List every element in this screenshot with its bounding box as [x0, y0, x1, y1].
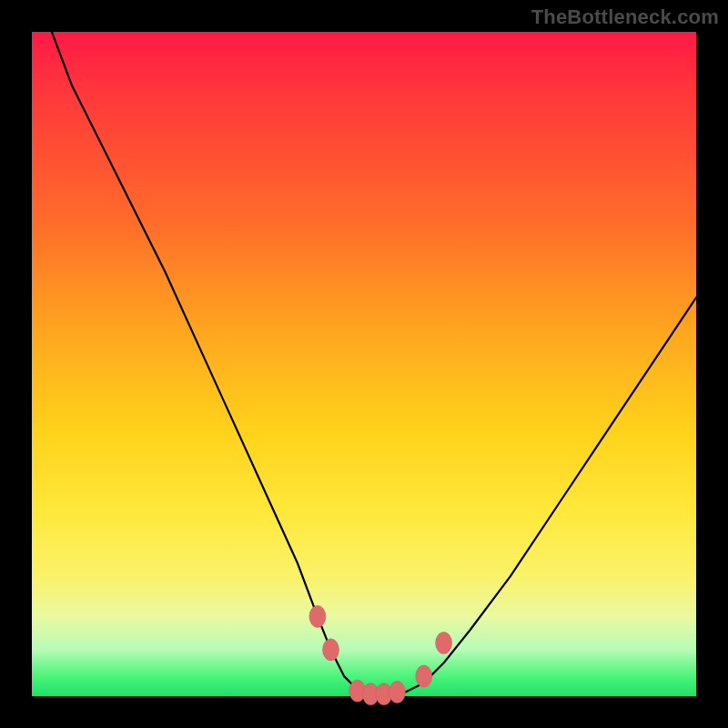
right-upper-dot [436, 632, 452, 654]
right-lower-dot [416, 665, 432, 687]
left-upper-dot [309, 605, 326, 627]
flat-dot-4 [389, 682, 406, 703]
plot-area [32, 32, 696, 696]
watermark-text: TheBottleneck.com [531, 5, 719, 29]
marker-layer [309, 605, 452, 704]
left-lower-dot [323, 639, 339, 661]
chart-frame: TheBottleneck.com [0, 0, 728, 728]
bottleneck-curve [52, 32, 696, 696]
chart-svg [32, 32, 696, 696]
